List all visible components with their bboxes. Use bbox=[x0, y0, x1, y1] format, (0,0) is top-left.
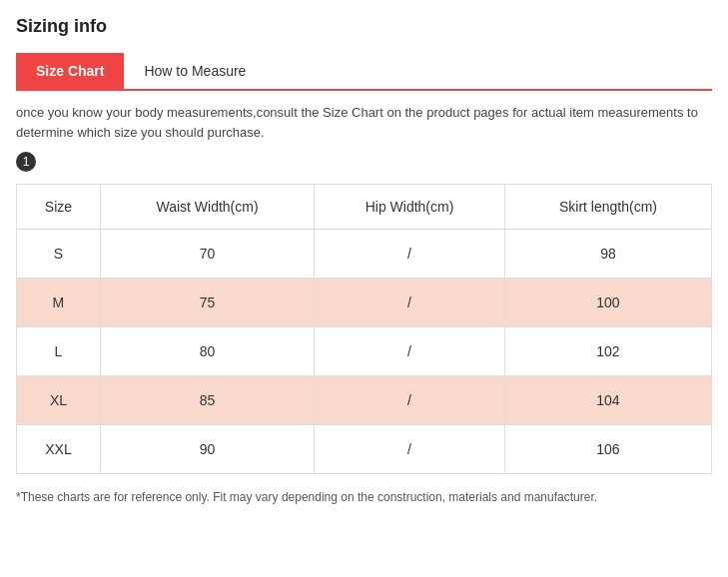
page-title: Sizing info bbox=[16, 16, 712, 37]
description-text: once you know your body measurements,con… bbox=[16, 103, 712, 142]
cell-skirt: 100 bbox=[504, 279, 711, 327]
tab-how-to-measure[interactable]: How to Measure bbox=[124, 53, 266, 89]
cell-hip: / bbox=[315, 279, 505, 327]
cell-hip: / bbox=[315, 425, 505, 474]
cell-skirt: 104 bbox=[504, 376, 711, 425]
footnote-text: *These charts are for reference only. Fi… bbox=[16, 488, 712, 506]
table-header-row: Size Waist Width(cm) Hip Width(cm) Skirt… bbox=[17, 185, 712, 230]
table-row: L80/102 bbox=[17, 327, 712, 376]
tab-bar: Size Chart How to Measure bbox=[16, 53, 712, 91]
step-badge: 1 bbox=[16, 152, 36, 172]
cell-size: S bbox=[17, 230, 101, 279]
cell-size: L bbox=[17, 327, 101, 376]
cell-size: XL bbox=[17, 376, 101, 425]
table-row: XL85/104 bbox=[17, 376, 712, 425]
cell-waist: 80 bbox=[100, 327, 314, 376]
cell-size: M bbox=[17, 279, 101, 327]
col-header-size: Size bbox=[17, 185, 101, 230]
cell-skirt: 102 bbox=[504, 327, 711, 376]
cell-skirt: 106 bbox=[504, 425, 711, 474]
col-header-skirt: Skirt length(cm) bbox=[504, 185, 711, 230]
cell-waist: 75 bbox=[100, 279, 314, 327]
cell-waist: 70 bbox=[100, 230, 314, 279]
col-header-waist: Waist Width(cm) bbox=[100, 185, 314, 230]
cell-waist: 85 bbox=[100, 376, 314, 425]
cell-hip: / bbox=[315, 376, 505, 425]
col-header-hip: Hip Width(cm) bbox=[315, 185, 505, 230]
table-row: XXL90/106 bbox=[17, 425, 712, 474]
cell-skirt: 98 bbox=[504, 230, 711, 279]
cell-waist: 90 bbox=[100, 425, 314, 474]
table-row: M75/100 bbox=[17, 279, 712, 327]
cell-hip: / bbox=[315, 327, 505, 376]
cell-hip: / bbox=[315, 230, 505, 279]
table-row: S70/98 bbox=[17, 230, 712, 279]
size-table: Size Waist Width(cm) Hip Width(cm) Skirt… bbox=[16, 184, 712, 474]
tab-size-chart[interactable]: Size Chart bbox=[16, 53, 124, 89]
cell-size: XXL bbox=[17, 425, 101, 474]
